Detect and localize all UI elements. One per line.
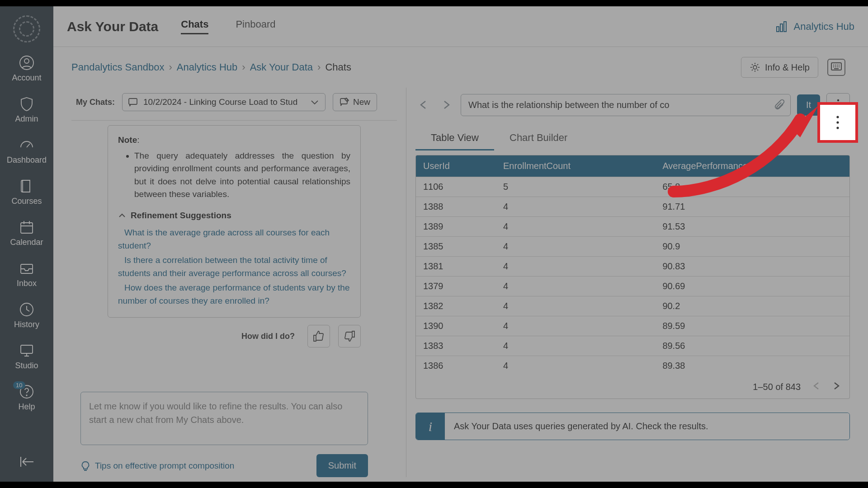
new-chat-button[interactable]: New (333, 93, 377, 111)
pagination: 1–50 of 843 (416, 375, 849, 399)
table-cell: 4 (496, 197, 655, 217)
table-cell: 4 (496, 316, 655, 336)
table-cell: 1381 (416, 257, 496, 277)
table-cell: 89.59 (655, 316, 849, 336)
svg-point-0 (20, 56, 33, 70)
ai-warning-banner: i Ask Your Data uses queries generated b… (415, 413, 850, 440)
col-header[interactable]: EnrollmentCount (496, 155, 655, 177)
crumb-hub[interactable]: Analytics Hub (177, 61, 238, 73)
more-vertical-icon (835, 115, 840, 130)
nav-calendar[interactable]: Calendar (10, 220, 43, 247)
thumbs-down-button[interactable] (338, 325, 361, 347)
nav-label: Account (12, 73, 41, 83)
table-row[interactable]: 1390489.59 (416, 316, 849, 336)
gear-icon (750, 62, 760, 73)
table-row[interactable]: 1389491.53 (416, 217, 849, 237)
nav-studio[interactable]: Studio (15, 343, 38, 371)
nav-label: Calendar (10, 238, 43, 247)
chevron-left-icon (812, 382, 821, 390)
chat-selector[interactable]: 10/2/2024 - Linking Course Load to Stud (122, 93, 326, 111)
keyboard-shortcuts-button[interactable] (827, 59, 845, 76)
prev-query-button[interactable] (415, 97, 432, 113)
chevron-down-icon (310, 97, 320, 107)
inbox-icon (19, 261, 34, 276)
nav-courses[interactable]: Courses (11, 178, 42, 206)
chevron-up-icon (118, 211, 126, 220)
suggestion-link[interactable]: What is the average grade across all cou… (118, 226, 350, 252)
nav-history[interactable]: History (14, 302, 39, 329)
annotation-arrow (665, 97, 818, 201)
table-row[interactable]: 1385490.9 (416, 237, 849, 257)
table-row[interactable]: 1379490.69 (416, 277, 849, 296)
col-header[interactable]: UserId (416, 155, 496, 177)
my-chats-label: My Chats: (76, 98, 115, 107)
table-cell: 90.9 (655, 237, 849, 257)
svg-rect-2 (21, 223, 33, 233)
tips-link[interactable]: Tips on effective prompt composition (80, 461, 234, 471)
refinement-header[interactable]: Refinement Suggestions (118, 209, 350, 222)
main-panel: Ask Your Data Chats Pinboard Analytics H… (53, 6, 868, 482)
assistant-message: Note: The query adequately addresses the… (108, 125, 361, 318)
collapse-sidebar-button[interactable] (18, 455, 35, 471)
crumb-current: Chats (325, 61, 351, 73)
page-prev-button[interactable] (812, 382, 821, 392)
chevron-right-icon (832, 382, 840, 390)
table-cell: 1383 (416, 336, 496, 356)
tab-chats[interactable]: Chats (181, 19, 208, 34)
nav-label: Studio (15, 361, 38, 371)
svg-point-1 (24, 59, 29, 63)
svg-rect-9 (780, 24, 783, 32)
collapse-icon (18, 455, 35, 469)
help-badge: 10 (13, 381, 25, 389)
nav-inbox[interactable]: Inbox (17, 261, 37, 288)
info-help-label: Info & Help (765, 62, 810, 73)
page-next-button[interactable] (832, 382, 840, 392)
nav-account[interactable]: Account (12, 55, 41, 83)
thumbs-up-button[interactable] (307, 325, 330, 347)
refine-input[interactable]: Let me know if you would like to refine … (80, 392, 368, 445)
nav-label: Inbox (17, 279, 37, 288)
book-icon (19, 178, 34, 194)
chevron-right-icon: › (169, 61, 172, 73)
feedback-row: How did I do? (108, 325, 361, 347)
calendar-icon (19, 220, 34, 235)
table-cell: 4 (496, 237, 655, 257)
crumb-askyourdata[interactable]: Ask Your Data (250, 61, 313, 73)
table-row[interactable]: 1386489.38 (416, 356, 849, 376)
nav-label: History (14, 320, 39, 329)
nav-label: Courses (11, 197, 42, 206)
svg-point-18 (836, 116, 839, 118)
table-row[interactable]: 1382490.2 (416, 296, 849, 316)
nav-admin[interactable]: Admin (15, 96, 38, 124)
app-topbar: Ask Your Data Chats Pinboard Analytics H… (53, 6, 868, 47)
next-query-button[interactable] (438, 97, 454, 113)
table-cell: 1382 (416, 296, 496, 316)
highlight-box (817, 102, 858, 143)
hub-link-label: Analytics Hub (793, 21, 854, 33)
breadcrumb-bar: Pandalytics Sandbox › Analytics Hub › As… (53, 47, 868, 88)
analytics-hub-link[interactable]: Analytics Hub (775, 20, 854, 33)
submit-button[interactable]: Submit (316, 454, 368, 477)
table-cell: 91.53 (655, 217, 849, 237)
tab-pinboard[interactable]: Pinboard (236, 19, 275, 34)
table-cell: 4 (496, 257, 655, 277)
table-row[interactable]: 1383489.56 (416, 336, 849, 356)
nav-help[interactable]: 10 Help (18, 384, 35, 412)
svg-point-7 (26, 395, 27, 396)
new-chat-icon (340, 97, 349, 107)
chat-transcript: Note: The query adequately addresses the… (108, 121, 397, 383)
nav-label: Admin (15, 114, 38, 124)
nav-dashboard[interactable]: Dashboard (7, 137, 47, 165)
suggestion-link[interactable]: Is there a correlation between the total… (118, 254, 350, 280)
my-chats-row: My Chats: 10/2/2024 - Linking Course Loa… (71, 88, 397, 121)
table-cell: 90.83 (655, 257, 849, 277)
suggestion-link[interactable]: How does the average performance of stud… (118, 282, 350, 307)
table-cell: 4 (496, 336, 655, 356)
crumb-sandbox[interactable]: Pandalytics Sandbox (71, 61, 164, 73)
chevron-right-icon: › (242, 61, 245, 73)
table-row[interactable]: 1381490.83 (416, 257, 849, 277)
monitor-icon (19, 343, 34, 358)
info-help-button[interactable]: Info & Help (741, 57, 818, 78)
tab-chart-builder[interactable]: Chart Builder (494, 127, 583, 150)
tab-table-view[interactable]: Table View (415, 127, 494, 150)
